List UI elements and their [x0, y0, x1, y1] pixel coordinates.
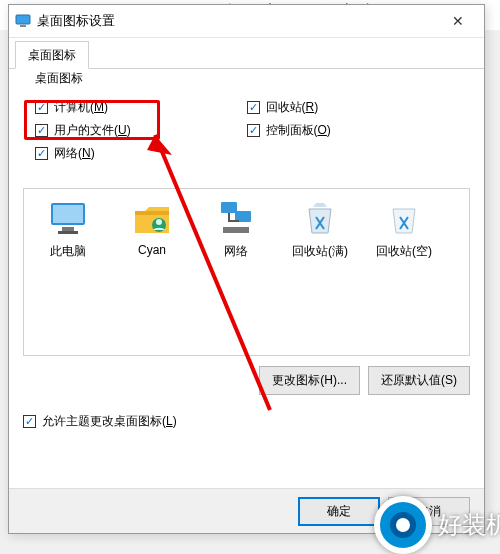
svg-rect-10 — [223, 227, 249, 233]
svg-rect-4 — [62, 227, 74, 231]
svg-rect-1 — [20, 25, 26, 27]
desktop-icons-group: 桌面图标 ✓ 计算机(M) ✓ 用户的文件(U) ✓ 网络(N) — [23, 79, 470, 178]
checkbox-control-panel[interactable]: ✓ 控制面板(O) — [247, 122, 459, 139]
desktop-icon-settings-dialog: 桌面图标设置 ✕ 桌面图标 桌面图标 ✓ 计算机(M) ✓ 用户的文件(U) — [8, 4, 485, 534]
icon-network[interactable]: 网络 — [202, 197, 270, 260]
checkbox-icon: ✓ — [247, 124, 260, 137]
checkbox-recycle-bin[interactable]: ✓ 回收站(R) — [247, 99, 459, 116]
dialog-title: 桌面图标设置 — [37, 12, 438, 30]
tab-content: 桌面图标 ✓ 计算机(M) ✓ 用户的文件(U) ✓ 网络(N) — [9, 69, 484, 448]
svg-rect-5 — [58, 231, 78, 234]
icon-recycle-full[interactable]: 回收站(满) — [286, 197, 354, 260]
checkbox-computer[interactable]: ✓ 计算机(M) — [35, 99, 247, 116]
checkbox-label: 允许主题更改桌面图标(L) — [42, 413, 177, 430]
checkbox-label: 网络(N) — [54, 145, 95, 162]
checkbox-allow-theme[interactable]: ✓ 允许主题更改桌面图标(L) — [23, 413, 470, 430]
icon-recycle-empty[interactable]: 回收站(空) — [370, 197, 438, 260]
icon-button-row: 更改图标(H)... 还原默认值(S) — [23, 366, 470, 395]
checkbox-label: 用户的文件(U) — [54, 122, 131, 139]
icon-label: 回收站(满) — [286, 243, 354, 260]
tabstrip: 桌面图标 — [9, 38, 484, 69]
ok-button[interactable]: 确定 — [298, 497, 380, 526]
checkbox-icon: ✓ — [35, 124, 48, 137]
sysicon-monitor-icon — [15, 13, 31, 29]
close-button[interactable]: ✕ — [438, 7, 478, 35]
tab-desktop-icons[interactable]: 桌面图标 — [15, 41, 89, 69]
user-folder-icon — [131, 197, 173, 239]
checkbox-icon: ✓ — [247, 101, 260, 114]
icon-label: 回收站(空) — [370, 243, 438, 260]
icon-label: 此电脑 — [34, 243, 102, 260]
icon-this-pc[interactable]: 此电脑 — [34, 197, 102, 260]
icon-label: 网络 — [202, 243, 270, 260]
checkbox-network[interactable]: ✓ 网络(N) — [35, 145, 247, 162]
checkbox-label: 回收站(R) — [266, 99, 319, 116]
svg-rect-3 — [53, 205, 83, 223]
change-icon-button[interactable]: 更改图标(H)... — [259, 366, 360, 395]
svg-rect-8 — [221, 202, 237, 213]
icon-user-folder[interactable]: Cyan — [118, 197, 186, 260]
checkbox-user-files[interactable]: ✓ 用户的文件(U) — [35, 122, 247, 139]
monitor-icon — [47, 197, 89, 239]
checkbox-label: 控制面板(O) — [266, 122, 331, 139]
icon-label: Cyan — [118, 243, 186, 257]
checkbox-icon: ✓ — [35, 101, 48, 114]
recycle-bin-empty-icon — [383, 197, 425, 239]
svg-rect-0 — [16, 15, 30, 24]
network-icon — [215, 197, 257, 239]
group-title: 桌面图标 — [31, 70, 87, 87]
icon-preview-area: 此电脑 Cyan 网络 — [23, 188, 470, 356]
svg-point-7 — [156, 219, 162, 225]
cancel-button[interactable]: 取消 — [388, 497, 470, 526]
recycle-bin-full-icon — [299, 197, 341, 239]
close-icon: ✕ — [452, 13, 464, 29]
checkbox-icon: ✓ — [35, 147, 48, 160]
dialog-footer: 确定 取消 — [9, 488, 484, 533]
restore-defaults-button[interactable]: 还原默认值(S) — [368, 366, 470, 395]
titlebar: 桌面图标设置 ✕ — [9, 5, 484, 38]
checkbox-icon: ✓ — [23, 415, 36, 428]
checkbox-label: 计算机(M) — [54, 99, 108, 116]
